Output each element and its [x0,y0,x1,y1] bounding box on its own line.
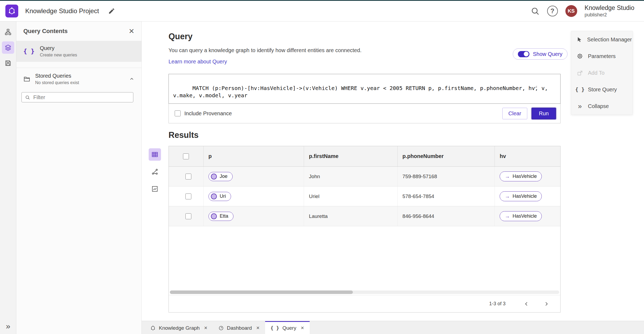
resize-handle-icon[interactable] [534,74,559,103]
column-header-phonenumber[interactable]: p.phoneNumber [398,146,495,166]
row-checkbox[interactable] [185,174,191,179]
filter-input[interactable] [33,94,130,100]
include-provenance-checkbox[interactable] [175,110,181,116]
query-contents-panel: Query Contents ✕ { } Query Create new qu… [16,21,142,334]
search-button[interactable] [530,6,540,16]
entity-pill[interactable]: Etta [208,212,233,221]
app-logo[interactable] [5,5,18,17]
menu-item-parameters[interactable]: Parameters [571,48,632,64]
chevron-right-icon [543,301,549,307]
close-icon: ✕ [129,27,134,35]
table-pagination-footer: 1-3 of 3 [169,295,560,312]
menu-item-label: Collapse [588,103,609,109]
knowledge-graph-logo-icon [8,7,16,15]
panel-close-button[interactable]: ✕ [129,27,134,35]
project-title: Knowledge Studio Project [25,7,99,15]
tab-query[interactable]: { } Query ✕ [265,321,310,334]
clear-button[interactable]: Clear [502,108,528,119]
expand-rail-button[interactable]: » [6,322,10,330]
menu-item-collapse[interactable]: » Collapse [571,98,632,114]
select-all-checkbox[interactable] [183,153,189,159]
layers-icon [5,44,12,51]
cell-phone: 846-956-8644 [398,206,495,226]
column-header-hv[interactable]: hv [495,146,560,166]
entity-label: Etta [220,213,228,219]
row-checkbox[interactable] [185,193,191,199]
horizontal-scrollbar-thumb[interactable] [170,290,353,294]
graph-view-button[interactable] [149,166,161,178]
gauge-icon [218,325,224,331]
double-chevron-right-icon: » [6,322,10,331]
cell-firstname: John [304,167,398,186]
tab-label: Dashboard [227,325,252,331]
run-button[interactable]: Run [532,108,556,119]
bottom-tab-bar: Knowledge Graph ✕ Dashboard ✕ { } Query … [142,321,644,334]
query-editor-footer: Include Provenance Clear Run [169,104,561,123]
app-header: Knowledge Studio Project ? KS Knowledge … [0,1,644,21]
table-row[interactable]: Uri Uriel 578-654-7854 → HasVehicle [169,186,560,206]
next-page-button[interactable] [540,298,552,310]
query-editor-section: MATCH (p:Person)-[hv:HasVehicle]->(v:Veh… [169,74,561,123]
row-checkbox[interactable] [185,213,191,219]
double-chevron-right-icon: » [576,103,583,110]
close-icon[interactable]: ✕ [204,325,207,331]
chart-view-button[interactable] [149,183,161,195]
cell-phone: 759-889-57168 [398,167,495,186]
learn-more-link[interactable]: Learn more about Query [169,59,227,65]
entity-pill[interactable]: Uri [208,192,231,201]
entity-pill[interactable]: Joe [208,172,233,181]
results-view-toolbar [149,148,161,195]
arrow-right-icon: → [505,194,510,199]
close-icon[interactable]: ✕ [301,325,304,331]
header-right-cluster: ? KS Knowledge Studio publisher2 [530,4,636,18]
previous-page-button[interactable] [521,298,532,310]
tab-dashboard[interactable]: Dashboard ✕ [213,321,265,334]
chevron-up-icon[interactable] [129,76,134,82]
entity-node-icon [211,174,217,179]
menu-item-selection-manager[interactable]: Selection Manager [571,31,632,48]
search-icon [530,6,540,16]
query-item-sublabel: Create new queries [40,53,77,58]
main-content: Query You can query a knowledge graph to… [142,21,644,321]
avatar[interactable]: KS [565,5,577,17]
braces-icon: { } [270,325,279,331]
horizontal-scrollbar-track[interactable] [170,290,559,294]
table-view-button[interactable] [149,148,161,161]
tab-knowledge-graph[interactable]: Knowledge Graph ✕ [145,321,213,334]
add-to-icon [576,70,583,76]
menu-item-store-query[interactable]: { } Store Query [571,81,632,98]
table-icon [151,151,158,158]
user-info[interactable]: Knowledge Studio publisher2 [585,4,636,18]
relationship-pill[interactable]: → HasVehicle [500,211,542,221]
sidebar-item-query[interactable]: { } Query Create new queries [16,41,141,62]
close-icon[interactable]: ✕ [256,325,259,331]
column-header-firstname[interactable]: p.firstName [304,146,398,166]
help-button[interactable]: ? [547,6,558,16]
rail-item-hierarchy[interactable] [2,26,14,38]
table-row[interactable]: Etta Lauretta 846-956-8644 → HasVehicle [169,206,560,226]
stored-queries-section[interactable]: Stored Queries No stored queries exist [16,68,141,90]
panel-title: Query Contents [23,28,68,35]
help-icon: ? [547,6,558,16]
results-table: p p.firstName p.phoneNumber hv Joe John … [169,146,561,313]
show-query-toggle[interactable]: Show Query [513,48,568,60]
network-icon [151,168,158,175]
window-top-edge [0,0,644,1]
pagination-range: 1-3 of 3 [489,301,506,307]
left-icon-rail: » [0,21,16,334]
relationship-pill[interactable]: → HasVehicle [500,171,542,181]
query-text-editor[interactable]: MATCH (p:Person)-[hv:HasVehicle]->(v:Veh… [169,74,561,104]
show-query-label: Show Query [533,51,562,57]
cell-firstname: Uriel [304,186,398,206]
rail-item-layers[interactable] [2,41,14,54]
column-header-p[interactable]: p [204,146,304,166]
query-text: MATCH (p:Person)-[hv:HasVehicle]->(v:Veh… [173,85,551,99]
entity-node-icon [211,193,217,199]
results-title: Results [169,130,199,140]
query-page-title: Query [169,32,193,41]
rail-item-save[interactable] [2,57,14,69]
table-row[interactable]: Joe John 759-889-57168 → HasVehicle [169,167,560,186]
query-item-label: Query [40,45,77,51]
edit-title-button[interactable] [107,6,116,16]
relationship-pill[interactable]: → HasVehicle [500,191,542,201]
